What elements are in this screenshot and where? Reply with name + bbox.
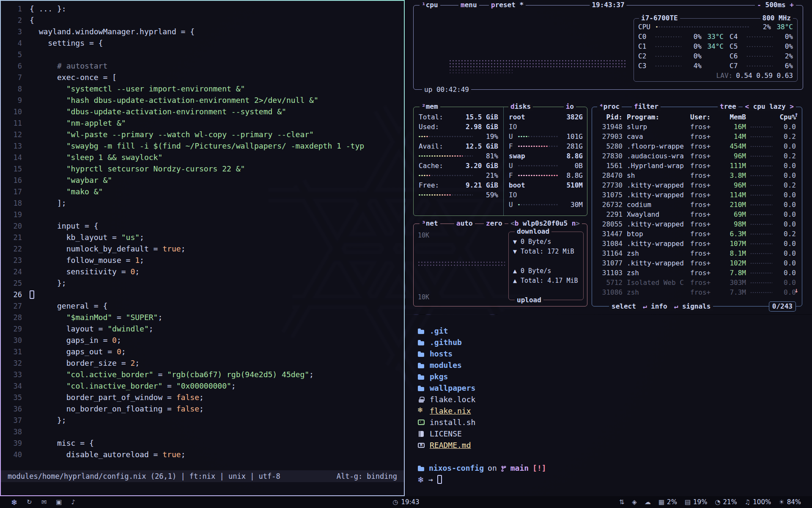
code-token: "systemctl --user import-environment &"	[66, 84, 245, 93]
shell-input-line[interactable]: ❄ →	[417, 474, 800, 485]
file-name: LICENSE	[430, 429, 462, 438]
cpu-core-row: C00%33°CC40%	[638, 32, 793, 41]
mem-stat-value: 12.5 GiB	[466, 141, 498, 151]
scroll-up-icon[interactable]: ↑	[794, 110, 798, 119]
session-icon[interactable]: ↻	[27, 498, 32, 506]
memory-module[interactable]: ▤19%	[685, 498, 708, 506]
process-row[interactable]: 31084.kitty-wrappedfros+107M0.0	[592, 239, 802, 248]
line-number: 39	[1, 438, 22, 449]
net-auto-toggle[interactable]: auto	[454, 219, 475, 228]
editor-buffer[interactable]: 1{ ... }:2{3 wayland.windowManager.hyprl…	[1, 3, 404, 460]
volume-module[interactable]: ♫100%	[745, 498, 771, 506]
proc-action-info[interactable]: ↵ info	[643, 302, 667, 311]
editor-line: 1{ ... }:	[1, 3, 404, 14]
io-mode-toggle[interactable]: io	[564, 102, 576, 111]
process-row[interactable]: 5280.floorp-wrappefros+454M0.0	[592, 141, 802, 151]
net-traffic-module[interactable]: ⇅	[619, 498, 625, 506]
mem-box-title[interactable]: ²mem	[420, 102, 440, 111]
file-entry: .github	[417, 337, 800, 348]
process-row[interactable]: 1561.Hyprland-wrapfros+111M0.0	[592, 161, 802, 171]
network-module[interactable]: ☁	[645, 498, 651, 506]
col-pid[interactable]: Pid:	[596, 112, 623, 122]
book-icon	[417, 430, 425, 438]
line-number: 2	[1, 15, 22, 26]
proc-action-signals[interactable]: ↵ signals	[674, 302, 711, 311]
editor-window[interactable]: 1{ ... }:2{3 wayland.windowManager.hyprl…	[0, 0, 405, 496]
process-cpu: 0.0	[776, 200, 796, 210]
col-memb[interactable]: MemB	[721, 112, 746, 122]
process-row[interactable]: 5712Isolated Web Cfros+303M0.0	[592, 278, 802, 287]
process-cpu-graph	[750, 281, 772, 285]
core-meter	[746, 45, 773, 48]
code-token	[30, 381, 66, 390]
process-row[interactable]: 2291Xwaylandfros+69M0.0	[592, 210, 802, 219]
window-icon[interactable]: ▣	[56, 498, 62, 506]
line-number: 22	[1, 243, 22, 254]
process-row[interactable]: 31447btopfros+6.3M0.2	[592, 229, 802, 239]
process-row[interactable]: 31948slurpfros+16M0.0	[592, 122, 802, 132]
proc-sort-selector[interactable]: < cpu lazy >	[743, 102, 796, 111]
line-number: 24	[1, 266, 22, 277]
scroll-down-icon[interactable]: ↓	[794, 286, 798, 294]
process-user: fros+	[690, 132, 716, 141]
preset-button[interactable]: preset *	[489, 1, 526, 9]
process-mem: 7.8M	[721, 268, 746, 278]
process-row[interactable]: 27730.kitty-wrappedfros+96M0.2	[592, 180, 802, 190]
line-text: gaps_in = 0;	[30, 336, 121, 345]
media-icon[interactable]: ♪	[71, 498, 75, 506]
brightness-module[interactable]: ☀84%	[779, 498, 801, 506]
cpu-core-row: C34%C76%	[638, 61, 793, 71]
code-token	[30, 61, 57, 70]
process-cpu-graph	[750, 135, 772, 139]
line-text: gaps_out = 0;	[30, 347, 126, 356]
terminal-window[interactable]: .git.githubhostsmodulespkgswallpapersfla…	[406, 315, 812, 496]
net-zero-toggle[interactable]: zero	[484, 219, 505, 228]
file-name: pkgs	[430, 372, 448, 381]
process-row[interactable]: 31077.kitty-wrappedfros+102M0.0	[592, 258, 802, 268]
col-program[interactable]: Program:	[627, 112, 686, 122]
net-box-title[interactable]: ³net	[420, 219, 440, 228]
cpu-box-title[interactable]: ¹cpu	[420, 1, 440, 9]
vpn-module[interactable]: ◈	[632, 498, 637, 506]
menu-button[interactable]: menu	[458, 1, 479, 9]
disk-module[interactable]: ◔21%	[715, 498, 737, 506]
code-token: "us"	[121, 233, 140, 242]
line-number: 34	[1, 381, 22, 392]
proc-action-select[interactable]: select	[612, 302, 636, 311]
process-user: fros+	[690, 200, 716, 210]
proc-tree-toggle[interactable]: tree	[718, 102, 738, 111]
process-row[interactable]: 28055.kitty-wrappedfros+98M0.0	[592, 219, 802, 229]
process-name: .kitty-wrapped	[627, 190, 686, 200]
process-mem: 6.3M	[721, 229, 746, 239]
clock-module[interactable]: ◷ 19:43	[392, 498, 419, 506]
proc-box-title[interactable]: ⁴proc	[597, 102, 622, 111]
proc-selection-count: 0/243	[769, 301, 796, 312]
code-token: gaps_in =	[30, 336, 112, 345]
folder-icon	[417, 373, 425, 381]
col-user[interactable]: User:	[690, 112, 716, 122]
process-row[interactable]: 26732codiumfros+210M0.0	[592, 200, 802, 210]
update-interval-control[interactable]: - 500ms +	[755, 1, 796, 9]
process-row[interactable]: 31075.kitty-wrappedfros+114M0.0	[592, 190, 802, 200]
proc-filter-button[interactable]: filter	[632, 102, 661, 111]
process-mem: 107M	[721, 239, 746, 248]
process-cpu: 0.0	[776, 171, 796, 180]
process-row[interactable]: 27903cavafros+14M0.2	[592, 132, 802, 141]
mem-stat-row: Used:2.98 GiB	[419, 122, 498, 132]
process-row[interactable]: 31103zshfros+7.8M0.0	[592, 268, 802, 278]
nixos-launcher-icon[interactable]: ❄	[11, 498, 17, 507]
notifications-icon[interactable]: ✉	[41, 498, 47, 506]
line-number: 3	[1, 26, 22, 37]
process-row[interactable]: 31164zshfros+8.1M0.0	[592, 248, 802, 258]
file-list: .git.githubhostsmodulespkgswallpapersfla…	[417, 325, 800, 451]
process-row[interactable]: 28470shfros+3.8M0.0	[592, 171, 802, 180]
process-row[interactable]: 27830.audacious-wrafros+96M0.2	[592, 151, 802, 161]
col-cpu[interactable]: Cpu%	[776, 112, 796, 122]
line-text: settings = {	[30, 39, 103, 47]
process-row[interactable]: 31086zshfros+7.3M0.0	[592, 287, 802, 297]
code-token	[30, 187, 66, 196]
net-interface-selector[interactable]: <b wlp0s20f0u5 n>	[508, 219, 582, 228]
cpu-module[interactable]: ▦2%	[658, 498, 677, 506]
disks-title[interactable]: disks	[508, 102, 533, 111]
process-user: fros+	[690, 141, 716, 151]
